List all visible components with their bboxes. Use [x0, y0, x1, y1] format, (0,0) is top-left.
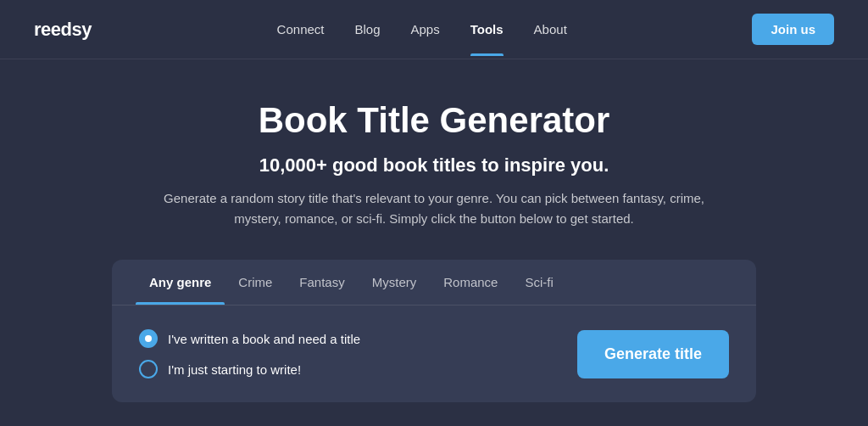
nav-item-apps[interactable]: Apps — [411, 22, 440, 37]
option-starting-radio[interactable] — [139, 360, 158, 378]
generator-card: Any genreCrimeFantasyMysteryRomanceSci-f… — [112, 260, 756, 402]
option-written-label: I've written a book and need a title — [168, 332, 360, 346]
hero-subtitle: 10,000+ good book titles to inspire you. — [34, 154, 834, 177]
option-written-radio[interactable] — [139, 329, 158, 348]
nav-item-blog[interactable]: Blog — [354, 22, 380, 37]
nav-item-connect[interactable]: Connect — [277, 22, 325, 37]
nav-item-about[interactable]: About — [534, 22, 567, 37]
nav-link-tools[interactable]: Tools — [470, 22, 504, 36]
tab-any-genre[interactable]: Any genre — [136, 260, 225, 305]
nav-link-about[interactable]: About — [534, 22, 567, 36]
nav-link-connect[interactable]: Connect — [277, 22, 325, 36]
genre-tabs: Any genreCrimeFantasyMysteryRomanceSci-f… — [112, 260, 756, 305]
options-group: I've written a book and need a titleI'm … — [139, 329, 360, 378]
nav-item-tools[interactable]: Tools — [470, 22, 504, 37]
option-written[interactable]: I've written a book and need a title — [139, 329, 360, 348]
tab-sci-fi[interactable]: Sci-fi — [511, 260, 566, 305]
tab-mystery[interactable]: Mystery — [359, 260, 431, 305]
option-starting-label: I'm just starting to write! — [168, 362, 301, 377]
nav-link-blog[interactable]: Blog — [354, 22, 380, 36]
logo[interactable]: reedsy — [34, 19, 92, 41]
join-button[interactable]: Join us — [752, 14, 834, 45]
hero-description: Generate a random story title that's rel… — [146, 188, 722, 229]
page-title: Book Title Generator — [34, 100, 834, 141]
nav-link-apps[interactable]: Apps — [411, 22, 440, 36]
generate-title-button[interactable]: Generate title — [577, 330, 729, 378]
navbar: reedsy ConnectBlogAppsToolsAbout Join us — [0, 0, 868, 59]
nav-links: ConnectBlogAppsToolsAbout — [277, 22, 567, 37]
tab-crime[interactable]: Crime — [225, 260, 286, 305]
hero-section: Book Title Generator 10,000+ good book t… — [0, 59, 868, 260]
tab-fantasy[interactable]: Fantasy — [286, 260, 358, 305]
card-body: I've written a book and need a titleI'm … — [112, 305, 756, 402]
tab-romance[interactable]: Romance — [430, 260, 511, 305]
option-starting[interactable]: I'm just starting to write! — [139, 360, 360, 378]
